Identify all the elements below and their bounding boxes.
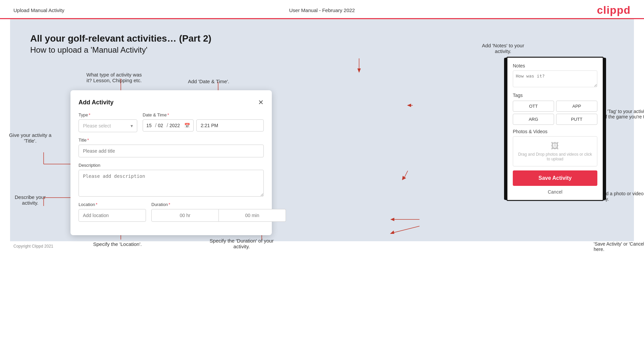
photo-drop-zone[interactable]: 🖼 Drag and Drop photos and videos or cli…: [513, 136, 597, 166]
close-button[interactable]: ✕: [258, 98, 264, 106]
annotation-location: Specify the 'Location'.: [87, 241, 148, 247]
svg-line-23: [393, 226, 419, 233]
annotation-notes: Add 'Notes' to your activity.: [476, 43, 530, 54]
cancel-link[interactable]: Cancel: [513, 189, 597, 195]
date-input[interactable]: / / 📅: [143, 119, 194, 132]
svg-line-19: [404, 171, 408, 177]
annotation-duration: Specify the 'Duration' of your activity.: [208, 238, 275, 249]
duration-group: Duration*: [151, 202, 286, 222]
title-group: Title*: [79, 138, 264, 157]
photos-label: Photos & Videos: [513, 129, 597, 134]
description-label: Description: [79, 163, 264, 168]
year-field[interactable]: [169, 123, 182, 128]
page-title: Upload Manual Activity: [13, 7, 64, 13]
time-field[interactable]: [196, 119, 264, 132]
duration-label: Duration*: [151, 202, 286, 207]
location-group: Location*: [79, 202, 146, 222]
dialog-title: Add Activity: [79, 99, 113, 106]
tag-app[interactable]: APP: [556, 101, 597, 112]
phone-screen: Notes Tags OTT APP ARG PUTT Photos & Vid…: [506, 57, 604, 201]
type-datetime-row: Type* Please select ▾ Date & Time* / /: [79, 112, 264, 132]
logo: clippd: [597, 4, 631, 16]
title-input[interactable]: [79, 145, 264, 157]
day-field[interactable]: [146, 123, 154, 128]
tags-label: Tags: [513, 93, 597, 98]
main-content: All your golf-relevant activities… (Part…: [10, 20, 634, 241]
svg-marker-18: [407, 104, 411, 107]
copyright: Copyright Clippd 2021: [13, 244, 53, 249]
photo-icon: 🖼: [518, 141, 592, 151]
notes-label: Notes: [513, 63, 597, 68]
title-label: Title*: [79, 138, 264, 143]
tag-arg[interactable]: ARG: [513, 114, 554, 125]
tags-grid: OTT APP ARG PUTT: [513, 101, 597, 125]
duration-inputs: [151, 209, 286, 222]
calendar-icon: 📅: [184, 123, 190, 128]
svg-marker-20: [402, 176, 406, 180]
tag-ott[interactable]: OTT: [513, 101, 554, 112]
datetime-label: Date & Time*: [143, 112, 264, 117]
location-input[interactable]: [79, 209, 146, 222]
dialog-header: Add Activity ✕: [79, 98, 264, 106]
photo-drop-text: Drag and Drop photos and videos or click…: [518, 152, 592, 161]
type-select[interactable]: Please select ▾: [79, 119, 137, 132]
right-panel: Add a 'Tag' to your activity to link it …: [506, 57, 614, 201]
svg-marker-24: [390, 230, 394, 234]
annotation-save-cancel: 'Save Activity' or 'Cancel' your changes…: [594, 241, 644, 252]
manual-title: User Manual - February 2022: [289, 7, 355, 13]
description-group: Description: [79, 163, 264, 197]
add-activity-dialog: Add Activity ✕ Type* Please select ▾ Dat…: [70, 90, 272, 235]
notes-textarea[interactable]: [513, 70, 597, 87]
location-duration-row: Location* Duration*: [79, 202, 264, 222]
annotation-give-title: Give your activity a 'Title'.: [7, 132, 54, 144]
top-bar: Upload Manual Activity User Manual - Feb…: [0, 0, 644, 19]
month-field[interactable]: [158, 123, 165, 128]
description-textarea[interactable]: [79, 170, 264, 197]
annotation-describe: Describe your activity.: [7, 194, 54, 206]
duration-hr-input[interactable]: [151, 209, 219, 222]
duration-min-input[interactable]: [219, 209, 286, 222]
type-group: Type* Please select ▾: [79, 112, 137, 132]
svg-marker-22: [390, 218, 394, 221]
datetime-group: Date & Time* / / 📅: [143, 112, 264, 132]
type-label: Type*: [79, 112, 137, 117]
annotation-date-time: Add 'Date & Time'.: [188, 79, 229, 84]
location-label: Location*: [79, 202, 146, 207]
tag-putt[interactable]: PUTT: [556, 114, 597, 125]
annotation-what-type: What type of activity was it? Lesson, Ch…: [84, 72, 144, 83]
svg-marker-16: [357, 68, 361, 73]
save-activity-button[interactable]: Save Activity: [513, 170, 597, 186]
